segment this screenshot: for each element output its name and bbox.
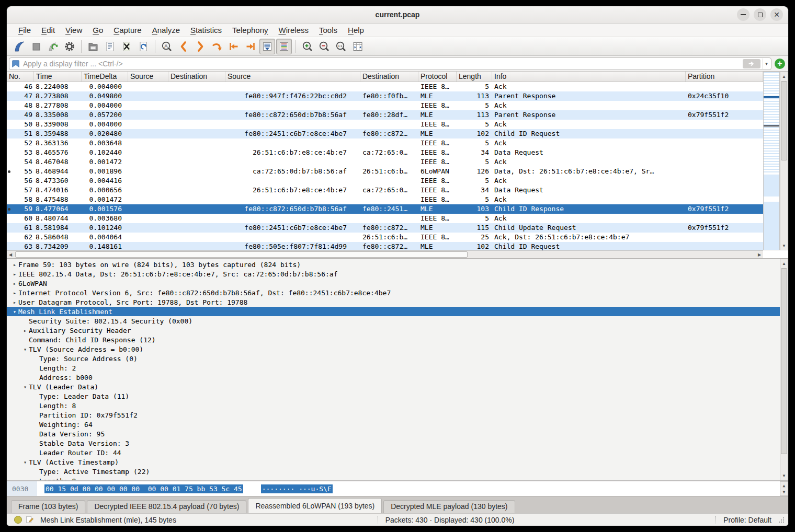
menu-file[interactable]: File bbox=[13, 26, 36, 34]
tree-row[interactable]: ▸Auxiliary Security Header bbox=[7, 326, 780, 335]
menu-edit[interactable]: Edit bbox=[36, 26, 60, 34]
expert-info-icon[interactable] bbox=[14, 516, 22, 524]
scroll-down-arrow[interactable]: ▼ bbox=[780, 472, 788, 479]
reload-file-button[interactable] bbox=[135, 39, 151, 54]
menu-help[interactable]: Help bbox=[343, 26, 369, 34]
open-file-button[interactable] bbox=[85, 39, 101, 54]
packet-list-vscrollbar[interactable]: ▲ ▼ bbox=[780, 72, 788, 250]
packet-row-49[interactable]: 498.3350080.057200fe80::c872:650d:b7b8:5… bbox=[7, 110, 763, 120]
packet-row-63[interactable]: 638.7342090.148161fe80::505e:f807:7f81:4… bbox=[7, 242, 763, 250]
scroll-down-arrow[interactable]: ▼ bbox=[780, 242, 788, 249]
byte-view-tab[interactable]: Frame (103 bytes) bbox=[11, 500, 85, 513]
expander-collapsed-icon[interactable]: ▸ bbox=[11, 262, 18, 268]
filter-dropdown-caret[interactable]: ▾ bbox=[763, 59, 770, 69]
scroll-down-arrow[interactable]: ▼ bbox=[780, 488, 788, 495]
start-capture-button[interactable] bbox=[12, 39, 27, 54]
minimize-button[interactable] bbox=[737, 8, 749, 21]
tree-row[interactable]: Security Suite: 802.15.4 Security (0x00) bbox=[7, 316, 780, 326]
auto-scroll-button[interactable] bbox=[259, 39, 275, 54]
packet-row-54[interactable]: 548.4670480.001472IEEE 8…5Ack bbox=[7, 157, 763, 167]
tree-row[interactable]: Type: Leader Data (11) bbox=[7, 391, 780, 401]
expander-expanded-icon[interactable]: ▾ bbox=[21, 384, 29, 390]
close-file-button[interactable] bbox=[119, 39, 134, 54]
packet-row-60[interactable]: 608.4807440.003680IEEE 8…5Ack bbox=[7, 214, 763, 223]
packet-row-51[interactable]: 518.3594880.020480fe80::2451:c6b7:e8ce:4… bbox=[7, 129, 763, 138]
packet-row-52[interactable]: 528.3631360.003648IEEE 8…5Ack bbox=[7, 138, 763, 148]
tree-row[interactable]: ▾TLV (Source Address = b0:00) bbox=[7, 344, 780, 354]
save-file-button[interactable] bbox=[102, 39, 118, 54]
packet-row-58[interactable]: 588.4754880.001472IEEE 8…5Ack bbox=[7, 195, 763, 204]
tree-row[interactable]: ▾TLV (Active Timestamp) bbox=[7, 457, 780, 467]
expander-collapsed-icon[interactable]: ▸ bbox=[11, 271, 18, 277]
expander-collapsed-icon[interactable]: ▸ bbox=[11, 299, 18, 305]
packet-row-61[interactable]: 618.5819840.101240fe80::2451:c6b7:e8ce:4… bbox=[7, 223, 763, 233]
resize-grip[interactable] bbox=[779, 517, 784, 523]
scroll-up-arrow[interactable]: ▲ bbox=[780, 73, 788, 80]
byte-view-tab[interactable]: Decrypted IEEE 802.15.4 payload (70 byte… bbox=[87, 500, 246, 513]
scroll-left-arrow[interactable]: ◀ bbox=[7, 251, 14, 258]
packet-list-hscrollbar[interactable]: ◀ ▶ bbox=[7, 250, 763, 258]
column-header-delta[interactable]: TimeDelta bbox=[82, 72, 128, 82]
capture-options-button[interactable] bbox=[62, 39, 77, 54]
packet-row-46[interactable]: 468.2240080.004000IEEE 8…5Ack bbox=[7, 82, 763, 91]
menu-telephony[interactable]: Telephony bbox=[227, 26, 273, 34]
tree-row[interactable]: Address: b000 bbox=[7, 373, 780, 382]
column-header-dst[interactable]: Destination bbox=[360, 72, 418, 82]
restart-capture-button[interactable] bbox=[45, 39, 61, 54]
scrollbar-thumb[interactable] bbox=[15, 251, 468, 258]
tree-row[interactable]: ▸User Datagram Protocol, Src Port: 19788… bbox=[7, 297, 780, 307]
tree-row[interactable]: ▸IEEE 802.15.4 Data, Dst: 26:51:c6:b7:e8… bbox=[7, 269, 780, 279]
tree-row[interactable]: ▾Mesh Link Establishment bbox=[7, 307, 780, 316]
tree-row[interactable]: Partition ID: 0x79f551f2 bbox=[7, 410, 780, 420]
column-header-part[interactable]: Partition bbox=[686, 72, 763, 82]
apply-filter-button[interactable] bbox=[743, 59, 760, 68]
previous-packet-button[interactable] bbox=[176, 39, 191, 54]
scrollbar-thumb[interactable] bbox=[781, 268, 787, 454]
byte-view-tab[interactable]: Decrypted MLE payload (130 bytes) bbox=[383, 500, 515, 513]
zoom-out-button[interactable] bbox=[316, 39, 332, 54]
column-header-src1[interactable]: Source bbox=[128, 72, 168, 82]
tree-row[interactable]: Length: 8 bbox=[7, 401, 780, 410]
close-button[interactable]: ✕ bbox=[770, 8, 783, 21]
column-header-dst1[interactable]: Destination bbox=[168, 72, 225, 82]
menu-view[interactable]: View bbox=[60, 26, 87, 34]
go-to-packet-button[interactable] bbox=[209, 39, 225, 54]
column-header-src[interactable]: Source bbox=[225, 72, 360, 82]
zoom-in-button[interactable] bbox=[300, 39, 315, 54]
menu-go[interactable]: Go bbox=[87, 26, 108, 34]
tree-row[interactable]: Weighting: 64 bbox=[7, 420, 780, 429]
tree-row[interactable]: ▸6LoWPAN bbox=[7, 279, 780, 288]
menu-wireless[interactable]: Wireless bbox=[274, 26, 314, 34]
packet-row-59[interactable]: 598.4770640.001576fe80::c872:650d:b7b8:5… bbox=[7, 204, 763, 214]
expander-collapsed-icon[interactable]: ▸ bbox=[11, 290, 18, 296]
add-filter-button[interactable]: + bbox=[775, 59, 785, 69]
tree-row[interactable]: Type: Source Address (0) bbox=[7, 354, 780, 363]
tree-row[interactable]: ▾TLV (Leader Data) bbox=[7, 382, 780, 391]
menu-tools[interactable]: Tools bbox=[314, 26, 343, 34]
next-packet-button[interactable] bbox=[192, 39, 208, 54]
zoom-original-button[interactable]: 1:1 bbox=[333, 39, 349, 54]
bookmark-icon[interactable] bbox=[10, 59, 21, 69]
colorize-button[interactable] bbox=[276, 39, 292, 54]
capture-comment-icon[interactable] bbox=[25, 515, 34, 524]
expander-collapsed-icon[interactable]: ▸ bbox=[11, 281, 18, 286]
tree-row[interactable]: Command: Child ID Response (12) bbox=[7, 335, 780, 344]
find-packet-button[interactable]: A bbox=[159, 39, 175, 54]
byte-view-tab[interactable]: Reassembled 6LoWPAN (193 bytes) bbox=[248, 498, 382, 513]
last-packet-button[interactable] bbox=[243, 39, 258, 54]
packet-row-53[interactable]: 538.4655760.10244026:51:c6:b7:e8:ce:4b:e… bbox=[7, 148, 763, 157]
display-filter-input[interactable]: Apply a display filter ... <Ctrl-/> ▾ bbox=[9, 57, 771, 70]
stop-capture-button[interactable] bbox=[28, 39, 44, 54]
tree-row[interactable]: ▸Internet Protocol Version 6, Src: fe80:… bbox=[7, 288, 780, 297]
tree-row[interactable]: Type: Active Timestamp (22) bbox=[7, 467, 780, 476]
tree-row[interactable]: Stable Data Version: 3 bbox=[7, 438, 780, 448]
column-header-no[interactable]: No. bbox=[7, 72, 34, 82]
scroll-right-arrow[interactable]: ▶ bbox=[756, 251, 763, 258]
expander-expanded-icon[interactable]: ▾ bbox=[21, 459, 29, 465]
expander-collapsed-icon[interactable]: ▸ bbox=[21, 328, 29, 333]
profile-text[interactable]: Profile: Default bbox=[716, 516, 771, 524]
hex-bytes-selected[interactable]: 00 15 0d 00 00 00 00 00 00 00 01 75 bb 5… bbox=[44, 484, 243, 493]
resize-columns-button[interactable] bbox=[350, 39, 366, 54]
column-header-len[interactable]: Length bbox=[457, 72, 492, 82]
packet-row-56[interactable]: 568.4733600.004416IEEE 8…5Ack bbox=[7, 176, 763, 186]
